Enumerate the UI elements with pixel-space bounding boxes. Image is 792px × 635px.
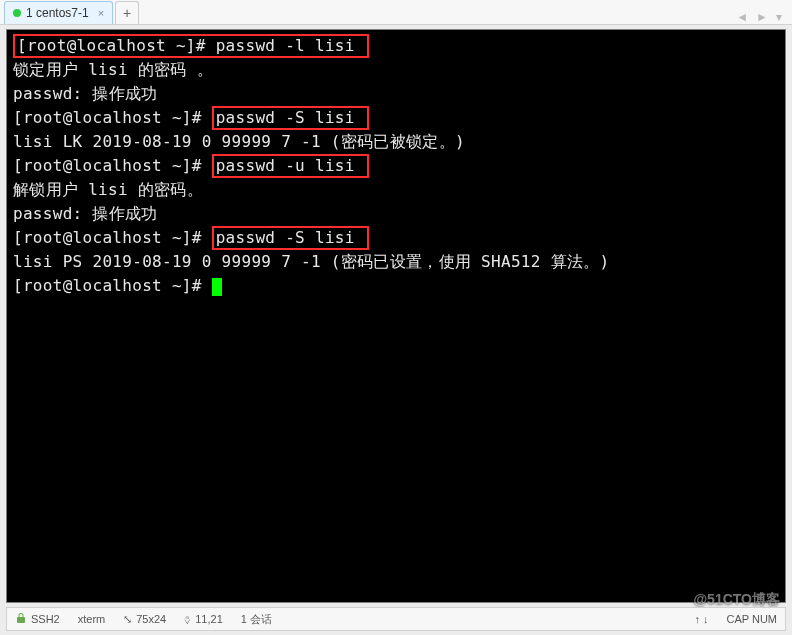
plus-icon: + (123, 5, 131, 21)
terminal-viewport[interactable]: [root@localhost ~]# passwd -l lisi 锁定用户 … (6, 29, 786, 603)
status-term-type: xterm (78, 613, 106, 625)
status-connection: SSH2 (15, 612, 60, 626)
status-size-label: 75x24 (136, 613, 166, 625)
terminal-line: [root@localhost ~]# passwd -u lisi (13, 154, 779, 178)
terminal-line: [root@localhost ~]# (13, 274, 779, 298)
terminal-line: [root@localhost ~]# passwd -l lisi (13, 34, 779, 58)
shell-command: passwd -S lisi (212, 106, 369, 130)
resize-icon: ⤡ (123, 613, 132, 626)
lock-icon (15, 612, 27, 626)
tab-menu-button[interactable]: ▾ (776, 10, 782, 24)
terminal-line: passwd: 操作成功 (13, 82, 779, 106)
shell-command: passwd -S lisi (212, 226, 369, 250)
shell-prompt: [root@localhost ~]# (13, 228, 212, 247)
connection-status-icon (13, 9, 21, 17)
close-icon[interactable]: × (98, 7, 104, 19)
shell-prompt: [root@localhost ~]# (13, 108, 212, 127)
status-transfer: ↑ ↓ (694, 613, 708, 625)
terminal-line: 解锁用户 lisi 的密码。 (13, 178, 779, 202)
terminal-line: passwd: 操作成功 (13, 202, 779, 226)
terminal-line: lisi PS 2019-08-19 0 99999 7 -1 (密码已设置，使… (13, 250, 779, 274)
position-icon: ⎀ (184, 613, 191, 625)
tab-next-button[interactable]: ► (756, 10, 768, 24)
shell-prompt: [root@localhost ~]# (13, 276, 212, 295)
terminal-line: 锁定用户 lisi 的密码 。 (13, 58, 779, 82)
status-locks: CAP NUM (726, 613, 777, 625)
highlight-box: [root@localhost ~]# passwd -l lisi (13, 34, 369, 58)
status-cursor-pos: ⎀ 11,21 (184, 613, 223, 625)
status-size: ⤡ 75x24 (123, 613, 166, 626)
shell-command: passwd -u lisi (212, 154, 369, 178)
terminal-output: [root@localhost ~]# passwd -l lisi 锁定用户 … (7, 30, 785, 302)
shell-prompt: [root@localhost ~]# (13, 156, 212, 175)
tab-nav-controls: ◄ ► ▾ (736, 10, 792, 24)
tab-prev-button[interactable]: ◄ (736, 10, 748, 24)
status-bar: SSH2 xterm ⤡ 75x24 ⎀ 11,21 1 会话 ↑ ↓ CAP … (6, 607, 786, 631)
terminal-line: [root@localhost ~]# passwd -S lisi (13, 106, 779, 130)
cursor (212, 278, 222, 296)
terminal-line: lisi LK 2019-08-19 0 99999 7 -1 (密码已被锁定。… (13, 130, 779, 154)
tab-session[interactable]: 1 centos7-1 × (4, 1, 113, 24)
tab-title: 1 centos7-1 (26, 6, 89, 20)
status-sessions: 1 会话 (241, 612, 272, 627)
app-window: 1 centos7-1 × + ◄ ► ▾ [root@localhost ~]… (0, 0, 792, 635)
tab-bar: 1 centos7-1 × + ◄ ► ▾ (0, 0, 792, 25)
add-tab-button[interactable]: + (115, 1, 139, 24)
status-pos-label: 11,21 (195, 613, 223, 625)
terminal-line: [root@localhost ~]# passwd -S lisi (13, 226, 779, 250)
status-connection-label: SSH2 (31, 613, 60, 625)
